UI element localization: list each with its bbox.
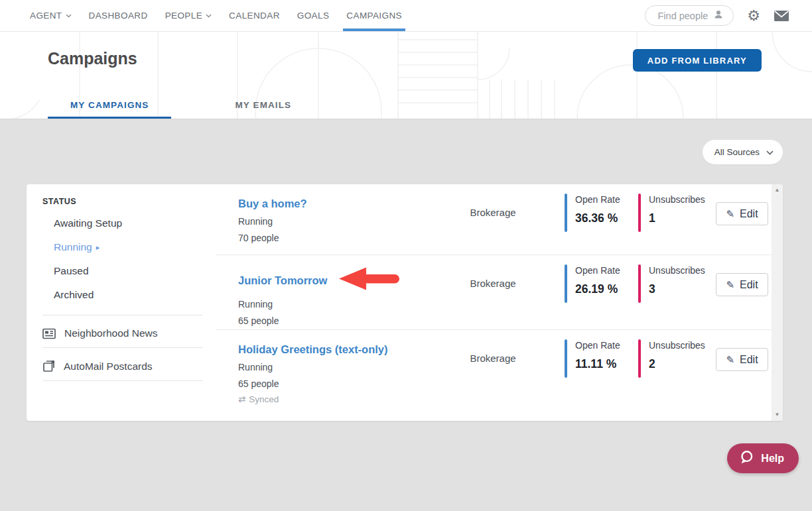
campaign-row: Buy a home? Running 70 people ⇄ Brokerag… <box>216 184 772 255</box>
edit-button-label: Edit <box>740 354 758 366</box>
page-body: All Sources STATUS Awaiting Setup ▸ Runn… <box>0 120 812 511</box>
campaign-source: Brokerage <box>421 184 565 218</box>
campaign-title-link[interactable]: Junior Tomorrow <box>238 274 327 287</box>
campaign-source: Brokerage <box>421 330 565 364</box>
status-filter-list: Awaiting Setup ▸ Running ▸ Paused ▸ Arch… <box>27 211 216 307</box>
campaign-info-cell: Holiday Greetings (text-only) Running 65… <box>216 330 421 404</box>
help-button[interactable]: Help <box>727 443 799 473</box>
add-from-library-button[interactable]: ADD FROM LIBRARY <box>633 49 762 72</box>
campaign-row: Junior Tomorrow Running 65 people ⇄ Brok… <box>216 255 772 330</box>
campaign-list: Buy a home? Running 70 people ⇄ Brokerag… <box>216 184 772 421</box>
pencil-icon: ✎ <box>726 279 734 291</box>
nav-item-agent[interactable]: AGENT <box>21 0 80 31</box>
campaigns-panel: STATUS Awaiting Setup ▸ Running ▸ Paused… <box>27 184 783 421</box>
status-filter-label: Awaiting Setup <box>54 217 122 229</box>
newspaper-icon <box>42 328 56 339</box>
page-title: Campaigns <box>48 49 137 68</box>
status-filter-label: Archived <box>54 289 94 301</box>
sync-icon: ⇄ <box>238 394 245 404</box>
active-marker-icon: ▸ <box>96 243 100 252</box>
sources-filter-label: All Sources <box>714 147 760 157</box>
campaign-stats-cell: Open Rate 36.36 % Unsubscribes 1 ✎ Edit <box>565 184 772 232</box>
unsubscribes-label: Unsubscribes <box>649 340 704 351</box>
divider <box>42 347 202 348</box>
unsubscribes-value: 3 <box>649 282 704 296</box>
open-rate-bar <box>565 194 567 232</box>
campaign-info-cell: Buy a home? Running 70 people ⇄ <box>216 184 421 243</box>
status-filter-paused[interactable]: Paused ▸ <box>54 259 216 283</box>
scroll-up-icon[interactable]: ▲ <box>775 188 780 193</box>
tab-my-emails[interactable]: MY EMAILS <box>212 100 314 119</box>
sidebar-link[interactable]: AutoMail Postcards <box>42 360 216 372</box>
campaign-stats-cell: Open Rate 26.19 % Unsubscribes 3 ✎ Edit <box>565 255 772 303</box>
postcard-icon <box>42 360 55 372</box>
topbar-right: Find people ⚙ <box>645 5 812 26</box>
annotation-arrow-icon <box>339 267 403 293</box>
status-filter-label: Running <box>54 241 92 253</box>
campaign-people-count: 65 people <box>238 378 421 389</box>
scroll-down-icon[interactable]: ▼ <box>775 412 780 418</box>
campaign-title-link[interactable]: Buy a home? <box>238 198 307 210</box>
sidebar-link-wrap: AutoMail Postcards <box>27 360 216 381</box>
sidebar-links: Neighborhood News AutoMail Postcards <box>27 327 216 381</box>
campaign-status: Running <box>238 216 421 227</box>
nav-item-label: GOALS <box>297 11 330 21</box>
edit-button[interactable]: ✎ Edit <box>716 348 768 371</box>
nav-item-campaigns[interactable]: CAMPAIGNS <box>338 0 411 31</box>
edit-button[interactable]: ✎ Edit <box>716 273 768 296</box>
tab-my-campaigns[interactable]: MY CAMPAIGNS <box>48 100 171 119</box>
campaign-stats-cell: Open Rate 11.11 % Unsubscribes 2 ✎ Edit <box>565 330 772 378</box>
unsubscribes-value: 1 <box>649 211 704 225</box>
edit-button-label: Edit <box>740 279 758 291</box>
person-icon <box>713 9 724 22</box>
sidebar-link-wrap: Neighborhood News <box>27 327 216 348</box>
nav-item-people[interactable]: PEOPLE <box>157 0 220 31</box>
open-rate-stat: Open Rate 26.19 % <box>565 264 638 303</box>
campaign-status: Running <box>238 299 421 310</box>
chevron-down-icon <box>766 150 772 154</box>
sources-filter-dropdown[interactable]: All Sources <box>703 140 783 164</box>
tab-bar: MY CAMPAIGNS MY EMAILS <box>48 100 314 119</box>
status-filter-running[interactable]: Running ▸ <box>54 235 216 259</box>
divider <box>42 315 202 315</box>
nav-item-goals[interactable]: GOALS <box>289 0 338 31</box>
list-scrollbar[interactable]: ▲ ▼ <box>772 184 783 421</box>
unsubscribes-bar <box>638 339 641 378</box>
help-label: Help <box>761 453 784 465</box>
edit-button[interactable]: ✎ Edit <box>716 202 768 225</box>
open-rate-stat: Open Rate 11.11 % <box>565 339 638 378</box>
sidebar-link-label: Neighborhood News <box>64 327 157 339</box>
gear-icon[interactable]: ⚙ <box>747 9 760 23</box>
top-navigation-bar: AGENT DASHBOARD PEOPLE CALENDAR GOALS CA… <box>0 0 812 32</box>
pencil-icon: ✎ <box>726 208 734 220</box>
open-rate-bar <box>565 339 567 378</box>
status-sidebar: STATUS Awaiting Setup ▸ Running ▸ Paused… <box>27 184 216 421</box>
mail-icon[interactable] <box>774 10 789 22</box>
unsubscribes-label: Unsubscribes <box>649 265 704 276</box>
campaign-people-count: 65 people <box>238 315 421 326</box>
unsubscribes-label: Unsubscribes <box>649 194 704 205</box>
campaign-title-link[interactable]: Holiday Greetings (text-only) <box>238 343 388 356</box>
synced-row: ⇄Synced <box>238 394 421 404</box>
find-people-search[interactable]: Find people <box>645 5 734 26</box>
campaign-info-cell: Junior Tomorrow Running 65 people ⇄ <box>216 255 421 326</box>
campaign-source: Brokerage <box>421 255 565 289</box>
status-filter-archived[interactable]: Archived ▸ <box>54 283 216 307</box>
unsubscribes-bar <box>638 264 641 303</box>
open-rate-value: 26.19 % <box>575 282 630 296</box>
open-rate-label: Open Rate <box>575 265 630 276</box>
tab-label: MY EMAILS <box>235 100 291 110</box>
campaign-people-count: 70 people <box>238 233 421 243</box>
sidebar-link-label: AutoMail Postcards <box>64 361 153 372</box>
campaign-status: Running <box>238 362 421 372</box>
nav-item-calendar[interactable]: CALENDAR <box>220 0 289 31</box>
nav-item-dashboard[interactable]: DASHBOARD <box>80 0 157 31</box>
open-rate-bar <box>565 264 567 303</box>
sidebar-link[interactable]: Neighborhood News <box>42 327 216 339</box>
status-filter-awaiting-setup[interactable]: Awaiting Setup ▸ <box>54 211 216 235</box>
synced-label: Synced <box>249 394 279 404</box>
campaign-row: Holiday Greetings (text-only) Running 65… <box>216 330 772 421</box>
unsubscribes-stat: Unsubscribes 1 <box>638 194 712 232</box>
nav-item-label: CAMPAIGNS <box>346 11 402 21</box>
tab-label: MY CAMPAIGNS <box>70 100 149 110</box>
